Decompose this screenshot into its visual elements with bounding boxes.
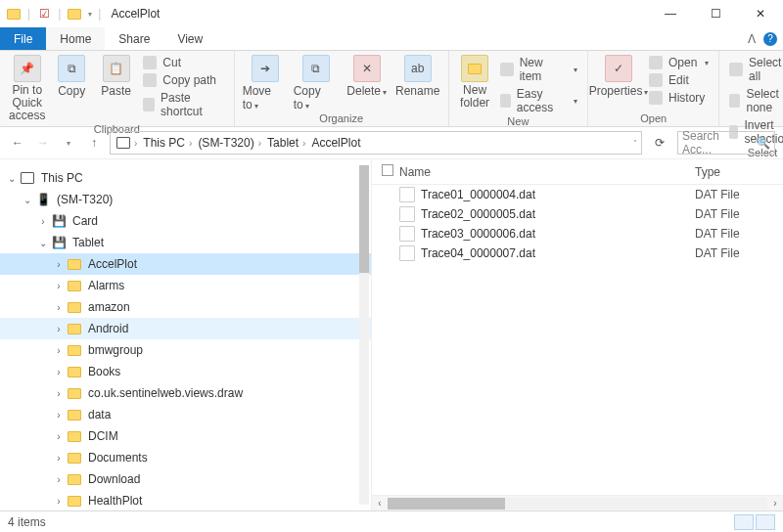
- new-folder-label: New folder: [457, 84, 493, 110]
- tree-node-device[interactable]: ⌄ 📱 (SM-T320): [0, 189, 371, 210]
- easy-access-button[interactable]: Easy access▾: [498, 86, 579, 115]
- tree-node-folder[interactable]: ›amazon: [0, 296, 371, 318]
- delete-label: Delete▾: [346, 84, 387, 98]
- back-button[interactable]: ←: [8, 133, 27, 153]
- copy-path-button[interactable]: Copy path: [141, 72, 225, 88]
- tab-view[interactable]: View: [163, 27, 216, 50]
- select-all-button[interactable]: Select all: [727, 55, 783, 84]
- properties-button[interactable]: ✓ Properties▾: [596, 55, 641, 98]
- tree-node-folder[interactable]: ›Alarms: [0, 275, 371, 296]
- expander-icon[interactable]: ⌄: [4, 173, 20, 184]
- expander-icon[interactable]: ›: [35, 216, 51, 227]
- tree-node-folder[interactable]: ›DCIM: [0, 425, 371, 447]
- expander-icon[interactable]: ⌄: [35, 238, 51, 248]
- forward-button[interactable]: →: [33, 133, 53, 153]
- column-type[interactable]: Type: [695, 165, 783, 179]
- breadcrumb[interactable]: › This PC› (SM-T320)› Tablet› AccelPlot …: [110, 131, 642, 155]
- expander-icon[interactable]: ›: [51, 367, 67, 377]
- select-none-button[interactable]: Select none: [727, 86, 783, 115]
- tree-node-tablet[interactable]: ⌄ 💾 Tablet: [0, 232, 371, 253]
- expander-icon[interactable]: ›: [51, 410, 67, 421]
- tree-node-folder[interactable]: ›AccelPlot: [0, 253, 371, 275]
- tree-scrollbar[interactable]: [359, 165, 369, 505]
- expander-icon[interactable]: ›: [51, 281, 67, 291]
- tree-node-card[interactable]: › 💾 Card: [0, 210, 371, 232]
- tree-node-folder[interactable]: ›co.uk.sentinelweb.views.draw: [0, 382, 371, 404]
- file-row[interactable]: Trace03_0000006.datDAT File: [372, 224, 783, 244]
- tree-node-folder[interactable]: ›Books: [0, 361, 371, 382]
- collapse-ribbon-icon[interactable]: ᐱ: [748, 32, 756, 46]
- scroll-right-icon[interactable]: ›: [767, 498, 783, 509]
- tree-node-this-pc[interactable]: ⌄ This PC: [0, 167, 371, 189]
- expander-icon[interactable]: ›: [51, 474, 67, 485]
- new-folder-button[interactable]: New folder: [457, 55, 493, 110]
- rename-button[interactable]: ab Rename: [395, 55, 440, 98]
- pin-label: Pin to Quick access: [8, 84, 46, 123]
- copy-to-button[interactable]: ⧉ Copy to▾: [294, 55, 339, 111]
- expander-icon[interactable]: ›: [51, 259, 67, 270]
- navigation-tree[interactable]: ⌄ This PC ⌄ 📱 (SM-T320) › 💾 Card ⌄ 💾 Tab…: [0, 159, 372, 510]
- select-all-checkbox[interactable]: [382, 164, 399, 179]
- breadcrumb-root-icon[interactable]: ›: [115, 137, 139, 149]
- tree-node-folder[interactable]: ›Android: [0, 318, 371, 339]
- search-input[interactable]: Search Acc... 🔍: [677, 131, 775, 155]
- expander-icon[interactable]: ›: [51, 431, 67, 442]
- expander-icon[interactable]: ›: [51, 496, 67, 507]
- view-thumbnails-button[interactable]: [756, 514, 775, 530]
- maximize-button[interactable]: ☐: [693, 0, 738, 27]
- view-details-button[interactable]: [734, 514, 754, 530]
- column-header: Name Type: [372, 159, 783, 185]
- up-button[interactable]: ↑: [84, 133, 104, 153]
- breadcrumb-seg[interactable]: Tablet›: [265, 136, 307, 150]
- help-icon[interactable]: ?: [763, 32, 777, 46]
- history-button[interactable]: History: [647, 90, 711, 106]
- tab-home[interactable]: Home: [46, 27, 105, 50]
- expander-icon[interactable]: ›: [51, 324, 67, 334]
- move-to-button[interactable]: ➔ Move to▾: [243, 55, 288, 111]
- paste-label: Paste: [101, 84, 131, 98]
- file-row[interactable]: Trace02_0000005.datDAT File: [372, 204, 783, 224]
- paste-button[interactable]: 📋 Paste: [97, 55, 135, 98]
- scroll-left-icon[interactable]: ‹: [372, 498, 388, 509]
- qat-properties-icon[interactable]: ☑: [36, 6, 52, 22]
- refresh-button[interactable]: ⟳: [648, 131, 671, 155]
- file-row[interactable]: Trace04_0000007.datDAT File: [372, 244, 783, 263]
- tree-node-folder[interactable]: ›Download: [0, 468, 371, 490]
- qat-newfolder-icon[interactable]: [67, 6, 82, 22]
- tree-node-folder[interactable]: ›bmwgroup: [0, 339, 371, 361]
- new-item-button[interactable]: New item▾: [498, 55, 579, 84]
- expander-icon[interactable]: ⌄: [20, 195, 35, 205]
- breadcrumb-seg[interactable]: AccelPlot: [309, 136, 362, 150]
- expander-icon[interactable]: ›: [51, 302, 67, 313]
- pin-to-quick-access-button[interactable]: 📌 Pin to Quick access: [8, 55, 46, 123]
- delete-button[interactable]: ✕ Delete▾: [345, 55, 390, 98]
- minimize-button[interactable]: —: [648, 0, 693, 27]
- paste-shortcut-button[interactable]: Paste shortcut: [141, 90, 225, 119]
- copy-button[interactable]: ⧉ Copy: [52, 55, 90, 98]
- breadcrumb-history-icon[interactable]: ˅: [633, 139, 637, 148]
- open-button[interactable]: Open▾: [647, 55, 711, 70]
- tree-node-folder[interactable]: ›Documents: [0, 447, 371, 468]
- horizontal-scrollbar[interactable]: ‹ ›: [372, 495, 783, 510]
- file-list[interactable]: Trace01_0000004.datDAT FileTrace02_00000…: [372, 185, 783, 495]
- tree-label: Android: [88, 322, 128, 335]
- breadcrumb-seg[interactable]: This PC›: [141, 136, 194, 150]
- tree-node-folder[interactable]: ›data: [0, 404, 371, 425]
- tree-node-folder[interactable]: ›HealthPlot: [0, 490, 371, 510]
- cut-button[interactable]: Cut: [141, 55, 225, 70]
- recent-button[interactable]: ▾: [59, 133, 78, 153]
- expander-icon[interactable]: ›: [51, 388, 67, 399]
- breadcrumb-seg[interactable]: (SM-T320)›: [196, 136, 263, 150]
- tab-file[interactable]: File: [0, 27, 46, 50]
- ribbon-group-clipboard: 📌 Pin to Quick access ⧉ Copy 📋 Paste Cut…: [0, 51, 235, 126]
- file-row[interactable]: Trace01_0000004.datDAT File: [372, 185, 783, 204]
- file-type: DAT File: [695, 227, 783, 241]
- expander-icon[interactable]: ›: [51, 345, 67, 356]
- close-button[interactable]: ✕: [738, 0, 783, 27]
- qat-customize-icon[interactable]: ▾: [88, 10, 92, 19]
- folder-icon: [67, 256, 82, 272]
- edit-button[interactable]: Edit: [647, 72, 711, 88]
- tab-share[interactable]: Share: [105, 27, 163, 50]
- column-name[interactable]: Name: [399, 165, 695, 179]
- expander-icon[interactable]: ›: [51, 453, 67, 464]
